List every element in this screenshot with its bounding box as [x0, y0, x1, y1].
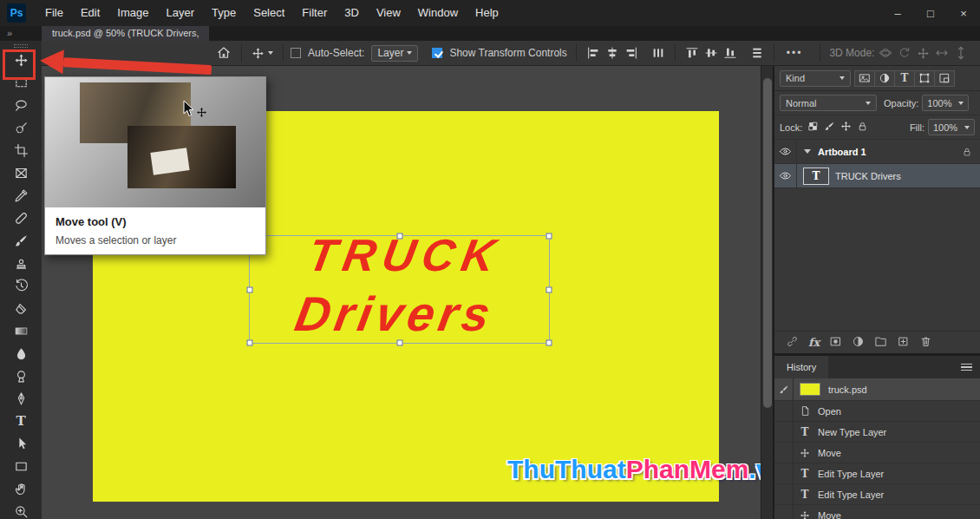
history-step-edit-type-layer[interactable]: T Edit Type Layer: [774, 463, 980, 484]
canvas-area[interactable]: TRUCK Drivers ThuThuatPhanMem.vn Move to…: [42, 66, 761, 519]
tool-brush[interactable]: [0, 229, 42, 252]
history-snapshot-row[interactable]: truck.psd: [774, 378, 980, 401]
new-layer-icon[interactable]: [897, 335, 910, 350]
layer-mask-icon[interactable]: [829, 335, 842, 350]
history-step-move[interactable]: Move: [774, 443, 980, 463]
tool-frame[interactable]: [0, 161, 42, 184]
tool-gradient[interactable]: [0, 319, 42, 342]
history-step-edit-type-layer[interactable]: T Edit Type Layer: [774, 484, 980, 505]
history-source-checkbox[interactable]: [774, 401, 794, 421]
tool-history-brush[interactable]: [0, 274, 42, 297]
layer-row-artboard[interactable]: Artboard 1: [774, 140, 980, 164]
opacity-value-dropdown[interactable]: 100%: [922, 95, 969, 111]
tool-spot-healing-brush[interactable]: [0, 207, 42, 229]
scrollbar-thumb[interactable]: [763, 78, 772, 408]
visibility-eye-icon[interactable]: [774, 140, 797, 163]
lock-transparency-icon[interactable]: [807, 121, 819, 134]
home-icon[interactable]: [216, 45, 232, 61]
tool-blur[interactable]: [0, 342, 42, 365]
toolbar-grip[interactable]: [14, 44, 28, 48]
minimize-button[interactable]: –: [881, 0, 914, 26]
tool-pen[interactable]: [0, 387, 42, 410]
filter-shape-icon[interactable]: [914, 70, 935, 87]
layer-row-truck-drivers[interactable]: T TRUCK Drivers: [774, 164, 980, 188]
new-group-icon[interactable]: [874, 335, 887, 350]
align-v-center-icon[interactable]: [704, 46, 718, 60]
transform-handle[interactable]: [546, 340, 552, 346]
toolbar-collapse-icon[interactable]: »: [7, 26, 12, 41]
canvas-vertical-scrollbar[interactable]: [761, 66, 773, 519]
lock-pixels-icon[interactable]: [824, 121, 835, 134]
filter-type-icon[interactable]: T: [894, 70, 915, 87]
tool-zoom[interactable]: [0, 500, 42, 519]
move-tool-preset-icon[interactable]: [252, 47, 273, 60]
adjustment-layer-icon[interactable]: [852, 335, 865, 350]
delete-layer-icon[interactable]: [919, 335, 932, 350]
align-bottom-icon[interactable]: [723, 46, 737, 60]
layer-name[interactable]: TRUCK Drivers: [835, 171, 901, 181]
transform-handle[interactable]: [546, 286, 552, 292]
history-step-open[interactable]: Open: [774, 401, 980, 422]
tool-type[interactable]: T: [0, 410, 42, 432]
lock-all-icon[interactable]: [857, 121, 868, 134]
show-transform-controls-checkbox[interactable]: [432, 48, 442, 58]
tool-hand[interactable]: [0, 477, 42, 500]
tool-path-selection[interactable]: [0, 432, 42, 455]
tool-dodge[interactable]: [0, 365, 42, 387]
history-source-checkbox[interactable]: [774, 463, 794, 483]
tab-history[interactable]: History: [774, 356, 828, 378]
transform-handle[interactable]: [247, 286, 253, 292]
menu-window[interactable]: Window: [409, 0, 467, 26]
history-step-new-type-layer[interactable]: T New Type Layer: [774, 422, 980, 443]
tool-rectangle[interactable]: [0, 455, 42, 477]
tool-crop[interactable]: [0, 139, 42, 161]
history-source-checkbox[interactable]: [774, 505, 794, 519]
text-layer-thumbnail[interactable]: T: [803, 168, 829, 185]
tool-eyedropper[interactable]: [0, 184, 42, 207]
tool-clone-stamp[interactable]: [0, 252, 42, 274]
tool-lasso[interactable]: [0, 94, 42, 116]
maximize-button[interactable]: □: [914, 0, 947, 26]
distribute-vertical-icon[interactable]: [750, 46, 764, 60]
align-h-center-icon[interactable]: [605, 46, 619, 60]
align-right-icon[interactable]: [624, 46, 638, 60]
tool-quick-selection[interactable]: [0, 116, 42, 139]
distribute-horizontal-icon[interactable]: [651, 46, 665, 60]
chevron-down-icon[interactable]: [804, 149, 811, 154]
align-top-icon[interactable]: [685, 46, 699, 60]
fill-value-dropdown[interactable]: 100%: [928, 119, 975, 135]
blend-mode-dropdown[interactable]: Normal: [780, 95, 877, 111]
menu-3d[interactable]: 3D: [336, 0, 368, 26]
document-tab[interactable]: truck.psd @ 50% (TRUCK Drivers,: [42, 26, 209, 41]
transform-handle[interactable]: [396, 340, 402, 346]
menu-help[interactable]: Help: [467, 0, 507, 26]
auto-select-checkbox[interactable]: [291, 48, 301, 58]
more-options-icon[interactable]: •••: [787, 47, 803, 59]
transform-handle[interactable]: [396, 233, 402, 240]
snapshot-thumbnail[interactable]: [800, 383, 820, 396]
history-step-move[interactable]: Move: [774, 505, 980, 519]
panel-menu-icon[interactable]: [961, 364, 972, 371]
history-brush-source-icon[interactable]: [774, 378, 794, 400]
layer-filter-kind-dropdown[interactable]: Kind: [780, 70, 851, 87]
menu-layer[interactable]: Layer: [158, 0, 204, 26]
history-source-checkbox[interactable]: [774, 443, 794, 463]
filter-image-icon[interactable]: [854, 70, 875, 87]
close-button[interactable]: ×: [947, 0, 980, 26]
history-source-checkbox[interactable]: [774, 422, 794, 442]
menu-view[interactable]: View: [368, 0, 409, 26]
link-layers-icon[interactable]: [786, 335, 799, 350]
visibility-eye-icon[interactable]: [774, 164, 797, 187]
menu-filter[interactable]: Filter: [293, 0, 336, 26]
tool-eraser[interactable]: [0, 297, 42, 319]
align-left-icon[interactable]: [586, 46, 600, 60]
transform-handle[interactable]: [247, 340, 253, 346]
lock-position-icon[interactable]: [840, 121, 852, 134]
artboard-lock-icon[interactable]: [962, 147, 972, 157]
menu-edit[interactable]: Edit: [72, 0, 108, 26]
menu-select[interactable]: Select: [245, 0, 293, 26]
auto-select-target-dropdown[interactable]: Layer: [371, 45, 418, 62]
transform-bounding-box[interactable]: [249, 235, 550, 344]
menu-type[interactable]: Type: [203, 0, 245, 26]
menu-file[interactable]: File: [36, 0, 72, 26]
